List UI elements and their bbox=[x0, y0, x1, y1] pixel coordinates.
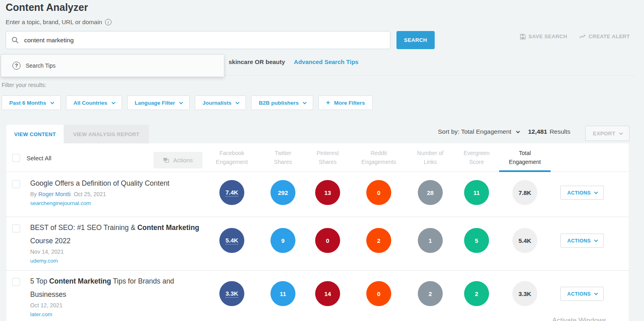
result-text-block: BEST of SEO: #1 SEO Training & Content M… bbox=[30, 221, 203, 264]
result-title-highlight: Content Marketing bbox=[137, 224, 199, 232]
column-header-line2: Links bbox=[404, 157, 456, 166]
metric-circle-number-of-links: 1 bbox=[418, 228, 443, 253]
result-text-block: Google Offers a Definition of Quality Co… bbox=[30, 177, 203, 207]
column-header-facebook-engagement[interactable]: FacebookEngagement bbox=[206, 149, 258, 166]
filter-button-all-countries[interactable]: All Countries bbox=[66, 95, 122, 110]
row-actions-button[interactable]: ACTIONS bbox=[560, 287, 604, 301]
metric-circle-evergreen-score: 11 bbox=[464, 180, 489, 205]
metric-value: 11 bbox=[280, 290, 286, 297]
metric-value: 2 bbox=[475, 290, 478, 297]
result-title-text: Google Offers a Definition of Quality Co… bbox=[30, 179, 169, 187]
metric-value: 7.4K bbox=[225, 189, 238, 197]
save-search-label: SAVE SEARCH bbox=[528, 33, 567, 39]
bulk-actions-button[interactable]: Actions bbox=[153, 152, 202, 168]
tab-view-content[interactable]: VIEW CONTENT bbox=[6, 125, 64, 143]
result-text-block: 5 Top Content Marketing Tips for Brands … bbox=[30, 275, 203, 318]
search-query-text: content marketing bbox=[24, 37, 74, 44]
row-actions-button[interactable]: ACTIONS bbox=[560, 186, 604, 200]
row-checkbox[interactable] bbox=[12, 278, 20, 286]
select-all-checkbox[interactable] bbox=[12, 154, 20, 162]
select-all-label: Select All bbox=[27, 155, 52, 162]
column-header-line1: Pinterest bbox=[301, 149, 354, 157]
row-checkbox[interactable] bbox=[12, 224, 20, 232]
column-header-evergreen-score[interactable]: EvergreenScore bbox=[450, 149, 503, 166]
row-actions-label: ACTIONS bbox=[567, 238, 590, 244]
result-date: Nov 14, 2021 bbox=[30, 249, 64, 255]
filter-button-journalists[interactable]: Journalists bbox=[195, 95, 246, 110]
filter-button-past-6-months[interactable]: Past 6 Months bbox=[2, 95, 61, 110]
column-header-line1: Number of bbox=[404, 149, 456, 157]
metric-circle-facebook-engagement: 7.4K bbox=[219, 180, 244, 205]
result-title-link[interactable]: 5 Top Content Marketing Tips for Brands … bbox=[30, 275, 203, 301]
filter-button-label: Past 6 Months bbox=[9, 100, 46, 106]
search-icon bbox=[12, 37, 19, 43]
metric-value: 0 bbox=[377, 189, 380, 196]
tab-view-analysis-report[interactable]: VIEW ANALYSIS REPORT bbox=[64, 125, 149, 143]
result-byline: By Roger Montti Oct 25, 2021 bbox=[30, 191, 203, 197]
result-title-highlight: Content Marketing bbox=[49, 277, 111, 285]
metric-circle-total-engagement: 3.3K bbox=[512, 281, 537, 306]
table-row: Google Offers a Definition of Quality Co… bbox=[6, 172, 629, 217]
search-tips-dropdown[interactable]: ? Search Tips bbox=[1, 54, 224, 77]
metric-circle-total-engagement: 5.4K bbox=[512, 228, 537, 253]
search-tips-label: Search Tips bbox=[26, 62, 56, 69]
metric-circle-twitter-shares: 292 bbox=[270, 180, 295, 205]
result-domain-link[interactable]: later.com bbox=[30, 311, 52, 317]
metric-value: 1 bbox=[429, 237, 432, 244]
metric-value: 0 bbox=[377, 290, 380, 297]
result-title-link[interactable]: Google Offers a Definition of Quality Co… bbox=[30, 177, 203, 190]
activate-windows-watermark: Activate Windows bbox=[552, 317, 606, 321]
column-header-total-engagement[interactable]: TotalEngagement bbox=[499, 149, 551, 166]
metric-circle-reddit-engagements: 0 bbox=[366, 180, 391, 205]
advanced-search-tips-link[interactable]: Advanced Search Tips bbox=[294, 58, 359, 65]
info-icon[interactable]: i bbox=[105, 19, 111, 25]
column-header-pinterest-shares[interactable]: PinterestShares bbox=[301, 149, 354, 166]
metric-value: 3.3K bbox=[225, 290, 238, 298]
column-header-line1: Facebook bbox=[206, 149, 258, 157]
result-title-link[interactable]: BEST of SEO: #1 SEO Training & Content M… bbox=[30, 221, 203, 248]
column-header-line2: Engagement bbox=[499, 157, 551, 166]
search-input[interactable]: content marketing bbox=[6, 31, 390, 49]
chevron-down-icon bbox=[303, 100, 307, 104]
save-icon bbox=[520, 34, 526, 39]
filter-button-language-filter[interactable]: Language Filter bbox=[127, 95, 190, 110]
metric-value: 3.3K bbox=[518, 290, 531, 297]
metric-value: 292 bbox=[278, 189, 288, 196]
metric-value: 14 bbox=[324, 290, 331, 297]
search-button[interactable]: SEARCH bbox=[396, 31, 435, 49]
table-row: BEST of SEO: #1 SEO Training & Content M… bbox=[6, 217, 629, 271]
sort-by-label: Sort by: Total Engagement bbox=[438, 128, 511, 135]
filter-row: Past 6 MonthsAll CountriesLanguage Filte… bbox=[2, 95, 373, 110]
result-domain-link[interactable]: udemy.com bbox=[30, 258, 58, 264]
chevron-down-icon bbox=[179, 100, 183, 104]
filter-button-label: B2B publishers bbox=[259, 100, 299, 106]
sort-by-dropdown[interactable]: Sort by: Total Engagement bbox=[438, 128, 519, 135]
metric-value: 5.4K bbox=[225, 237, 238, 244]
result-date: Oct 25, 2021 bbox=[70, 191, 106, 197]
metric-circle-reddit-engagements: 2 bbox=[366, 228, 391, 253]
column-header-number-of-links[interactable]: Number ofLinks bbox=[404, 149, 456, 166]
result-domain-link[interactable]: searchenginejournal.com bbox=[30, 200, 91, 206]
results-suffix: Results bbox=[549, 128, 570, 135]
row-checkbox[interactable] bbox=[12, 180, 20, 188]
metric-value: 11 bbox=[473, 189, 480, 196]
result-title-text: BEST of SEO: #1 SEO Training & bbox=[30, 224, 137, 232]
export-label: EXPORT bbox=[593, 130, 615, 137]
column-header-line2: Score bbox=[450, 157, 503, 166]
more-filters-button[interactable]: +More Filters bbox=[318, 95, 372, 110]
result-title-text: Course 2022 bbox=[30, 237, 70, 245]
result-author-link[interactable]: Roger Montti bbox=[38, 191, 70, 197]
column-header-line2: Engagement bbox=[206, 157, 258, 166]
plus-icon: + bbox=[326, 99, 330, 107]
metric-value: 13 bbox=[324, 189, 331, 196]
metric-circle-evergreen-score: 5 bbox=[464, 228, 489, 253]
save-search-button[interactable]: SAVE SEARCH bbox=[520, 33, 567, 39]
row-actions-button[interactable]: ACTIONS bbox=[560, 234, 604, 248]
filter-button-b2b-publishers[interactable]: B2B publishers bbox=[251, 95, 313, 110]
question-mark-icon: ? bbox=[12, 62, 21, 70]
export-button[interactable]: EXPORT bbox=[585, 126, 630, 141]
column-header-reddit-engagements[interactable]: RedditEngagements bbox=[353, 149, 405, 166]
metric-circle-number-of-links: 28 bbox=[418, 180, 443, 205]
create-alert-button[interactable]: CREATE ALERT bbox=[579, 33, 630, 39]
row-actions-label: ACTIONS bbox=[567, 291, 590, 297]
